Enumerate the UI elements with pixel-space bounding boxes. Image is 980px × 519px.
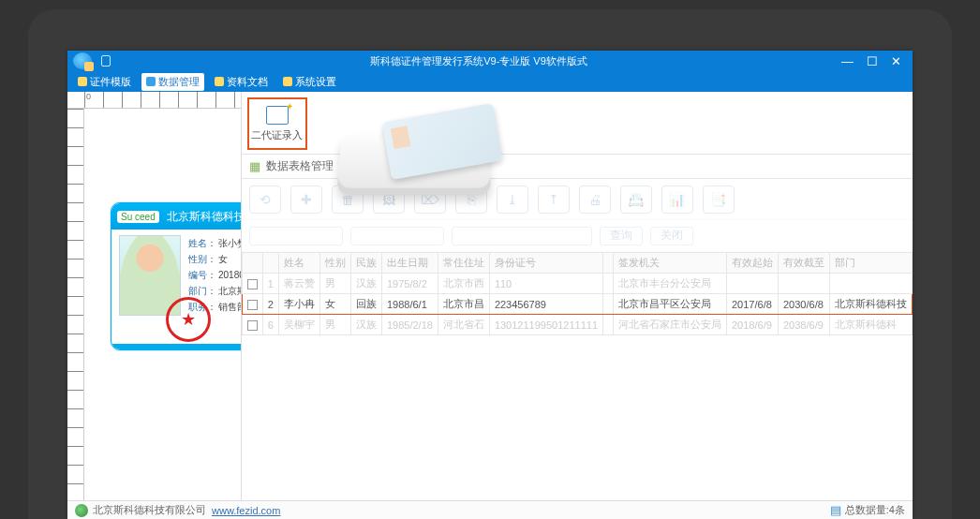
row-index: 1: [262, 274, 278, 294]
cell-ethnic: 汉族: [350, 274, 381, 294]
cell-dept: 北京斯科德科: [830, 315, 913, 335]
tool-icon: ⌦: [414, 185, 446, 214]
data-table[interactable]: 姓名 性别 民族 出生日期 常住住址 身份证号 签发机关 有效起始 有效截至: [242, 252, 913, 335]
col-idno[interactable]: 身份证号: [489, 253, 602, 274]
col-dob[interactable]: 出生日期: [381, 253, 438, 274]
col-ethnic[interactable]: 民族: [350, 253, 381, 274]
cell-ethnic: 回族: [350, 294, 381, 315]
row-index: 2: [262, 294, 278, 315]
brand-badge: Su ceed: [117, 211, 159, 223]
cell-gender: 男: [319, 274, 350, 294]
maximize-button[interactable]: ☐: [867, 54, 878, 68]
tool-icon: ⟲: [249, 185, 281, 214]
data-icon: [146, 77, 156, 86]
import-label: 二代证录入: [251, 128, 303, 142]
status-company: 北京斯科德科技有限公司: [93, 503, 206, 517]
status-url[interactable]: www.fezid.com: [212, 505, 280, 516]
col-dept[interactable]: 部门: [830, 253, 913, 274]
menu-label: 数据管理: [158, 75, 200, 89]
menu-data-manage[interactable]: 数据管理: [141, 73, 204, 91]
seal-stamp-icon: [166, 297, 211, 342]
close-button[interactable]: ✕: [891, 54, 901, 68]
design-canvas[interactable]: Su ceed 北京斯科德科技有限公司 姓名：张小樊 性别：女 编号：20180…: [84, 109, 241, 500]
row-check[interactable]: [242, 274, 262, 294]
cell-from: 2018/6/9: [727, 315, 779, 335]
disabled-searchbar: 查询 关闭: [242, 220, 913, 252]
menu-label: 证件模版: [90, 75, 131, 89]
cell-addr: 北京市西: [438, 274, 489, 294]
id-card-preview[interactable]: Su ceed 北京斯科德科技有限公司 姓名：张小樊 性别：女 编号：20180…: [111, 202, 241, 350]
cell-to: [779, 274, 830, 294]
cell-org: 河北省石家庄市公安局: [614, 315, 727, 335]
tool-icon: ⎘: [455, 185, 487, 214]
row-check[interactable]: [242, 294, 262, 315]
cell-dob: 1985/2/18: [381, 315, 438, 335]
tool-icon: ⤒: [538, 185, 570, 214]
cell-org: 北京市丰台分公安局: [614, 274, 727, 294]
id-card-import-icon: [266, 106, 289, 125]
search-input: [452, 227, 592, 245]
template-icon: [78, 77, 87, 86]
cell-idno: 130121199501211111: [489, 315, 602, 335]
col-gap: [603, 253, 614, 274]
cell-idno: 223456789: [489, 294, 602, 315]
cell-dept: 北京斯科德科技: [830, 294, 913, 315]
table-row[interactable]: 1蒋云赞男汉族1975/8/2北京市西110北京市丰台分公安局: [242, 274, 912, 294]
menu-docs[interactable]: 资料文档: [210, 73, 273, 91]
cell-gap: [603, 294, 614, 315]
tool-icon: 📇: [620, 185, 652, 214]
col-addr[interactable]: 常住住址: [438, 253, 489, 274]
cell-gender: 女: [319, 294, 350, 315]
filter-select: [350, 227, 444, 245]
filter-select: [249, 227, 343, 245]
ruler-horizontal: 0: [67, 92, 241, 109]
cell-from: 2017/6/8: [727, 294, 779, 315]
grid-icon: ▦: [249, 159, 260, 173]
close-search-button: 关闭: [650, 227, 693, 245]
tool-icon: 🖼: [373, 185, 405, 214]
table-row[interactable]: 2李小冉女回族1988/6/1北京市昌223456789北京市昌平区公安局201…: [242, 294, 912, 315]
tool-icon: ✚: [290, 185, 322, 214]
tool-icon: 🗑: [332, 185, 364, 214]
cell-addr: 河北省石: [438, 315, 489, 335]
cell-to: 2038/6/9: [779, 315, 830, 335]
col-gender[interactable]: 性别: [319, 253, 350, 274]
col-name[interactable]: 姓名: [278, 253, 319, 274]
cell-gender: 男: [319, 315, 350, 335]
row-check[interactable]: [242, 315, 262, 335]
menu-label: 资料文档: [227, 75, 268, 89]
disabled-toolbar: ⟲ ✚ 🗑 🖼 ⌦ ⎘ ⤓ ⤒ 🖨 📇 📊 📑: [242, 179, 913, 220]
cell-name: 蒋云赞: [278, 274, 319, 294]
lock-icon: [101, 55, 111, 67]
row-index: 6: [262, 315, 278, 335]
menu-label: 系统设置: [295, 75, 336, 89]
tool-icon: 📑: [703, 185, 735, 214]
cell-name: 李小冉: [278, 294, 319, 315]
menu-settings[interactable]: 系统设置: [278, 73, 341, 91]
table-header-row: 姓名 性别 民族 出生日期 常住住址 身份证号 签发机关 有效起始 有效截至: [242, 253, 912, 274]
col-to[interactable]: 有效截至: [779, 253, 830, 274]
cell-name: 吴柳宇: [278, 315, 319, 335]
col-org[interactable]: 签发机关: [614, 253, 727, 274]
id-import-button[interactable]: 二代证录入: [247, 97, 307, 150]
table-row[interactable]: 6吴柳宇男汉族1985/2/18河北省石130121199501211111河北…: [242, 315, 912, 335]
ruler-tick: 0: [86, 92, 91, 101]
docs-icon: [215, 77, 224, 86]
minimize-button[interactable]: —: [841, 54, 854, 68]
tool-icon: 🖨: [579, 185, 611, 214]
records-icon: ▤: [830, 503, 841, 517]
cell-to: 2030/6/8: [779, 294, 830, 315]
search-button: 查询: [600, 227, 643, 245]
ruler-vertical: [67, 109, 84, 500]
cell-ethnic: 汉族: [350, 315, 381, 335]
app-logo-icon: [73, 52, 92, 69]
cell-gap: [603, 274, 614, 294]
globe-icon: [75, 504, 88, 517]
cell-dob: 1988/6/1: [381, 294, 438, 315]
card-company: 北京斯科德科技有限公司: [167, 209, 241, 225]
gear-icon: [283, 77, 292, 86]
tool-icon: ⤓: [497, 185, 528, 214]
col-check: [242, 253, 262, 274]
col-from[interactable]: 有效起始: [727, 253, 779, 274]
menu-template[interactable]: 证件模版: [73, 73, 136, 91]
